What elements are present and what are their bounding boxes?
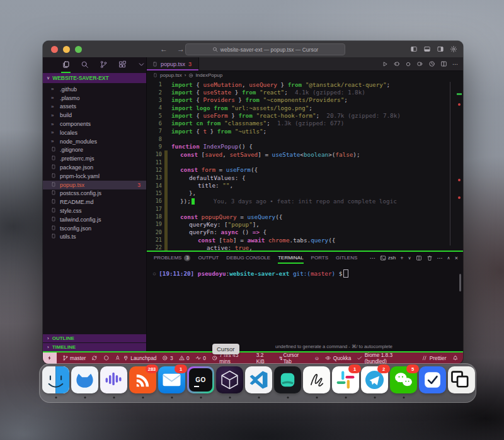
panel-tab-ports[interactable]: PORTS bbox=[311, 252, 328, 264]
cursor-icon[interactable] bbox=[216, 366, 243, 393]
step-forward-icon[interactable] bbox=[416, 60, 423, 67]
code-line[interactable]: 8 bbox=[147, 135, 463, 142]
face-icon[interactable]: ☺ bbox=[314, 353, 319, 364]
breadcrumb-symbol[interactable]: IndexPopup bbox=[195, 72, 222, 78]
tree-file--gitignore[interactable]: .gitignore bbox=[43, 146, 146, 155]
prettier-item[interactable]: Prettier bbox=[421, 353, 446, 364]
code-line[interactable]: 19queryKey: ["popup"], bbox=[147, 220, 463, 228]
errors-item[interactable]: 3 bbox=[162, 353, 173, 364]
pulse-item[interactable]: 0 bbox=[195, 353, 206, 364]
more-actions-icon[interactable]: ⋯ bbox=[452, 61, 458, 67]
code-line[interactable]: 14title: "", bbox=[147, 181, 463, 189]
tree-folder-assets[interactable]: »assets bbox=[43, 103, 146, 111]
kill-terminal-icon[interactable] bbox=[427, 255, 433, 261]
finder-icon[interactable] bbox=[42, 366, 69, 393]
command-center[interactable]: website-saver-ext — popup.tsx — Cursor bbox=[185, 43, 345, 55]
launchpad-item[interactable]: Launchpad bbox=[115, 353, 156, 364]
terminal-dropdown-icon[interactable]: ∨ bbox=[408, 256, 411, 261]
new-terminal-icon[interactable]: + bbox=[400, 255, 403, 261]
close-window-button[interactable] bbox=[51, 46, 58, 53]
sketch-app-icon[interactable] bbox=[303, 366, 330, 393]
code-line[interactable]: 5import { useForm } from "react-hook-for… bbox=[147, 111, 463, 119]
panel-tab-problems[interactable]: PROBLEMS3 bbox=[154, 252, 190, 264]
code-line[interactable]: 16});You, 3 days ago • feat: init repo a… bbox=[147, 197, 463, 205]
tree-file-readme-md[interactable]: README.md bbox=[43, 198, 146, 206]
tree-file-pnpm-lock-yaml[interactable]: pnpm-lock.yaml bbox=[43, 172, 146, 181]
close-panel-icon[interactable]: × bbox=[455, 255, 458, 261]
cursor-tab-item[interactable]: Cursor Tab bbox=[283, 353, 308, 364]
record-icon[interactable] bbox=[405, 61, 411, 67]
step-back-icon[interactable] bbox=[393, 60, 400, 67]
section-timeline[interactable]: ›TIMELINE bbox=[43, 343, 146, 351]
dock-app-fox-app[interactable] bbox=[71, 366, 98, 399]
code-line[interactable]: 1import { useMutation, useQuery } from "… bbox=[147, 81, 463, 88]
dock-app-waveform-app[interactable] bbox=[100, 366, 127, 399]
tree-file-style-css[interactable]: style.css bbox=[43, 206, 146, 215]
maximize-panel-icon[interactable]: ∧ bbox=[447, 256, 450, 261]
panel-tab-gitlens[interactable]: GITLENS bbox=[336, 252, 357, 264]
remote-indicator[interactable] bbox=[43, 353, 57, 364]
toggle-right-panel-icon[interactable] bbox=[437, 45, 444, 53]
section-outline[interactable]: ›OUTLINE bbox=[43, 334, 146, 342]
sync-icon[interactable] bbox=[91, 353, 98, 364]
branch-item[interactable]: master bbox=[62, 353, 86, 364]
code-line[interactable]: 3import { Providers } from "~components/… bbox=[147, 96, 463, 104]
terminal-scrollbar[interactable] bbox=[459, 274, 461, 291]
split-terminal-icon[interactable] bbox=[416, 255, 422, 261]
code-line[interactable]: 13defaultValues: { bbox=[147, 174, 463, 181]
dock-app-telegram[interactable]: 2 bbox=[361, 366, 388, 399]
code-line[interactable]: 18const popupQuery = useQuery({ bbox=[147, 213, 463, 220]
quokka-item[interactable]: Quokka bbox=[325, 353, 351, 364]
code-line[interactable]: 17 bbox=[147, 205, 463, 213]
tree-file-tsconfig-json[interactable]: tsconfig.json bbox=[43, 224, 146, 233]
explorer-root-header[interactable]: ∨ WEBSITE-SAVER-EXT bbox=[43, 73, 146, 83]
dock-app-sketch-app[interactable] bbox=[303, 366, 330, 399]
panel-tab-debug-console[interactable]: DEBUG CONSOLE bbox=[226, 252, 270, 264]
tree-file-tailwind-config-js[interactable]: tailwind.config.js bbox=[43, 215, 146, 224]
dock-app-finder[interactable] bbox=[42, 366, 69, 399]
dock-app-vscode[interactable] bbox=[245, 366, 272, 399]
tree-folder-build[interactable]: »build bbox=[43, 111, 146, 120]
settings-gear-icon[interactable] bbox=[450, 45, 457, 53]
code-line[interactable]: 11 bbox=[147, 158, 463, 166]
code-line[interactable]: 9function IndexPopup() { bbox=[147, 143, 463, 150]
panel-tab-output[interactable]: OUTPUT bbox=[198, 252, 219, 264]
dock-app-wechat[interactable]: 5 bbox=[390, 366, 417, 399]
code-line[interactable]: 7import { t } from "~utils"; bbox=[147, 127, 463, 135]
size-item[interactable]: 3.2 KiB bbox=[256, 353, 273, 364]
shell-selector[interactable]: zsh bbox=[380, 255, 396, 261]
dock-app-clipped-app[interactable] bbox=[448, 366, 475, 399]
goland-icon[interactable]: GO bbox=[187, 366, 214, 393]
dark-card-app-icon[interactable] bbox=[274, 366, 301, 393]
history-icon[interactable] bbox=[428, 60, 435, 67]
tab-popup-tsx[interactable]: popup.tsx 3 bbox=[147, 57, 199, 71]
code-line[interactable]: 21const [tab] = await chrome.tabs.query(… bbox=[147, 236, 463, 244]
terminal[interactable]: ○ [19:11:20] pseudoyu:website-saver-ext … bbox=[147, 264, 463, 351]
code-line[interactable]: 2import { useState } from "react"; 4.1k … bbox=[147, 88, 463, 96]
dock-app-slack[interactable]: 1 bbox=[332, 366, 359, 399]
tree-file-popup-tsx[interactable]: popup.tsx3 bbox=[43, 181, 146, 189]
tree-file-utils-ts[interactable]: utils.ts bbox=[43, 233, 146, 242]
plugin-icon[interactable] bbox=[103, 353, 110, 364]
explorer-icon[interactable] bbox=[61, 58, 71, 73]
dock-app-mail[interactable]: 1 bbox=[158, 366, 185, 399]
panel-more2-icon[interactable]: ⋯ bbox=[437, 255, 443, 261]
warnings-item[interactable]: 0 bbox=[179, 353, 190, 364]
code-line[interactable]: 6import cn from "classnames"; 1.3k (gzip… bbox=[147, 120, 463, 127]
panel-tab-terminal[interactable]: TERMINAL bbox=[278, 252, 303, 264]
code-line[interactable]: 10const [saved, setSaved] = useState<boo… bbox=[147, 150, 463, 158]
things-icon[interactable] bbox=[419, 366, 446, 393]
dock-app-cursor[interactable] bbox=[216, 366, 243, 399]
minimize-window-button[interactable] bbox=[63, 46, 70, 53]
zoom-window-button[interactable] bbox=[75, 46, 82, 53]
nav-forward-icon[interactable]: → bbox=[177, 41, 185, 57]
breadcrumb-file[interactable]: popup.tsx bbox=[160, 72, 182, 78]
editor-scrollbar[interactable] bbox=[450, 82, 450, 245]
toggle-bottom-panel-icon[interactable] bbox=[423, 45, 431, 53]
dock-app-goland[interactable]: GO bbox=[187, 366, 214, 399]
vscode-icon[interactable] bbox=[245, 366, 272, 393]
nav-back-icon[interactable]: ← bbox=[160, 41, 168, 57]
dock-app-reeder[interactable]: 283 bbox=[129, 366, 156, 399]
tree-file--prettierrc-mjs[interactable]: .prettierrc.mjs bbox=[43, 154, 146, 163]
source-control-icon[interactable] bbox=[99, 58, 108, 73]
